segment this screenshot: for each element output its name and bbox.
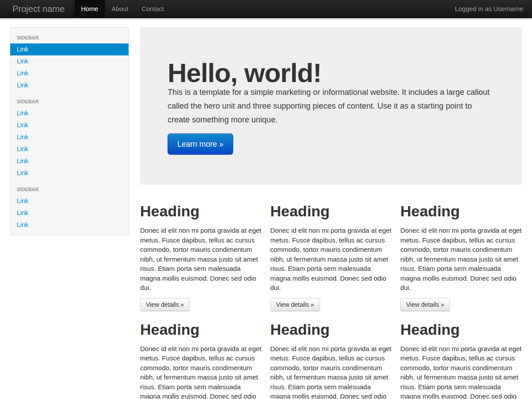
cards-row-1: Heading Donec id elit non mi porta gravi…	[140, 202, 522, 311]
main-content: Hello, world! This is a template for a s…	[140, 27, 522, 399]
content-card: Heading Donec id elit non mi porta gravi…	[400, 202, 522, 311]
view-details-button[interactable]: View details »	[400, 298, 450, 311]
card-body: Donec id elit non mi porta gravida at eg…	[140, 226, 262, 293]
nav-link-contact[interactable]: Contact	[135, 0, 170, 18]
page-container: SIDEBAR Link Link Link Link SIDEBAR Link…	[0, 18, 532, 399]
content-card: Heading Donec id elit non mi porta gravi…	[140, 202, 262, 311]
logged-in-status: Logged in as Username	[455, 0, 523, 18]
view-details-button[interactable]: View details »	[270, 298, 320, 311]
hero-title: Hello, world!	[168, 61, 495, 86]
sidebar: SIDEBAR Link Link Link Link SIDEBAR Link…	[10, 27, 129, 235]
card-heading: Heading	[140, 320, 262, 339]
sidebar-link[interactable]: Link	[10, 55, 129, 67]
card-body: Donec id elit non mi porta gravida at eg…	[140, 344, 262, 399]
top-navbar: Project name Home About Contact Logged i…	[0, 0, 532, 18]
sidebar-nav-list: SIDEBAR Link Link Link Link SIDEBAR Link…	[10, 31, 129, 231]
cards-row-2: Heading Donec id elit non mi porta gravi…	[140, 320, 522, 399]
sidebar-group-header: SIDEBAR	[10, 95, 129, 107]
nav-item-about: About	[105, 0, 135, 18]
sidebar-link[interactable]: Link	[10, 219, 129, 231]
sidebar-group-header: SIDEBAR	[10, 31, 129, 43]
content-card: Heading Donec id elit non mi porta gravi…	[270, 320, 392, 399]
brand-link[interactable]: Project name	[9, 0, 68, 18]
nav-item-home: Home	[74, 0, 105, 18]
sidebar-link[interactable]: Link	[10, 143, 129, 155]
sidebar-link[interactable]: Link	[10, 167, 129, 179]
card-heading: Heading	[140, 202, 262, 220]
sidebar-link[interactable]: Link	[10, 195, 129, 207]
content-card: Heading Donec id elit non mi porta gravi…	[140, 320, 262, 399]
sidebar-link[interactable]: Link	[10, 107, 129, 119]
nav-link-about[interactable]: About	[105, 0, 135, 18]
sidebar-link-active[interactable]: Link	[10, 43, 129, 55]
card-body: Donec id elit non mi porta gravida at eg…	[400, 344, 522, 399]
sidebar-link[interactable]: Link	[10, 79, 129, 91]
navbar-menu: Home About Contact	[74, 0, 171, 18]
sidebar-link[interactable]: Link	[10, 131, 129, 143]
sidebar-link[interactable]: Link	[10, 207, 129, 219]
card-body: Donec id elit non mi porta gravida at eg…	[270, 226, 392, 293]
card-heading: Heading	[400, 320, 522, 339]
nav-link-home[interactable]: Home	[74, 0, 105, 18]
view-details-button[interactable]: View details »	[140, 298, 190, 311]
learn-more-button[interactable]: Learn more »	[168, 133, 233, 155]
card-heading: Heading	[270, 202, 392, 220]
sidebar-well: SIDEBAR Link Link Link Link SIDEBAR Link…	[10, 27, 129, 235]
content-card: Heading Donec id elit non mi porta gravi…	[400, 320, 522, 399]
sidebar-link[interactable]: Link	[10, 67, 129, 79]
sidebar-link[interactable]: Link	[10, 119, 129, 131]
sidebar-link[interactable]: Link	[10, 155, 129, 167]
card-body: Donec id elit non mi porta gravida at eg…	[270, 344, 392, 399]
card-heading: Heading	[400, 202, 522, 220]
hero-unit: Hello, world! This is a template for a s…	[140, 27, 522, 185]
hero-text: This is a template for a simple marketin…	[168, 86, 495, 127]
sidebar-group-header: SIDEBAR	[10, 183, 129, 195]
card-heading: Heading	[270, 320, 392, 339]
card-body: Donec id elit non mi porta gravida at eg…	[400, 226, 522, 293]
nav-item-contact: Contact	[135, 0, 170, 18]
content-card: Heading Donec id elit non mi porta gravi…	[270, 202, 392, 311]
